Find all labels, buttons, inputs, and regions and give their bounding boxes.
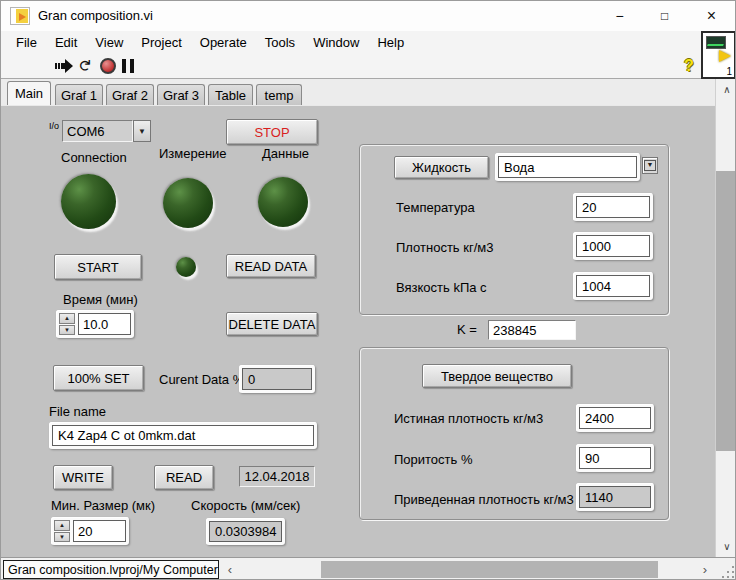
scroll-up-icon[interactable]: ∧	[716, 81, 736, 98]
help-icon[interactable]: ?	[684, 57, 694, 75]
density-input[interactable]: 1000	[576, 235, 650, 257]
vertical-scrollbar[interactable]: ∧ ∨	[715, 79, 736, 557]
vi-icon[interactable]: 1	[701, 31, 736, 79]
menu-edit[interactable]: Edit	[46, 33, 86, 52]
menu-bar: File Edit View Project Operate Tools Win…	[1, 31, 701, 53]
time-label: Время (мин)	[63, 292, 138, 307]
title-bar[interactable]: Gran composition.vi − □ ×	[1, 1, 735, 31]
porosity-input[interactable]: 90	[579, 447, 651, 469]
liquid-ring-dropdown-button[interactable]: ▼	[642, 157, 658, 174]
tab-graf-3[interactable]: Graf 3	[157, 84, 205, 105]
status-led[interactable]	[176, 257, 196, 277]
file-name-frame: K4 Zap4 C ot 0mkm.dat	[49, 422, 317, 449]
current-data-label: Curent Data %	[159, 372, 244, 387]
speed-display-frame: 0.0303984	[206, 518, 285, 545]
vi-badge: 1	[726, 66, 732, 77]
project-context-label[interactable]: Gran composition.lvproj/My Computer	[3, 560, 219, 579]
min-size-input[interactable]: 20	[73, 520, 126, 542]
stop-button[interactable]: STOP	[226, 119, 318, 145]
connection-label: Connection	[61, 150, 127, 165]
set-100-button[interactable]: 100% SET	[53, 365, 144, 391]
tab-graf-1[interactable]: Graf 1	[55, 84, 103, 105]
window-title: Gran composition.vi	[38, 8, 153, 23]
porosity-label: Поритость %	[394, 452, 473, 467]
pause-icon[interactable]	[122, 59, 134, 73]
maximize-icon: □	[661, 9, 668, 23]
com-port-input[interactable]: COM6	[62, 120, 133, 142]
true-density-input[interactable]: 2400	[579, 407, 651, 429]
solid-button[interactable]: Твердое вещество	[422, 364, 572, 388]
start-button[interactable]: START	[54, 254, 142, 280]
menu-operate[interactable]: Operate	[191, 33, 256, 52]
time-control: ▲ ▼ 10.0	[56, 310, 134, 338]
io-icon: I/o	[49, 122, 59, 131]
minimize-button[interactable]: −	[597, 1, 642, 31]
tab-table[interactable]: Table	[208, 84, 253, 105]
reduced-density-value: 1140	[579, 486, 651, 508]
vi-arrow-icon	[719, 50, 731, 62]
measure-led[interactable]	[163, 178, 213, 228]
temperature-frame: 20	[573, 193, 653, 221]
viscosity-label: Вязкость kПа с	[396, 280, 487, 295]
vi-waveform-icon	[706, 36, 726, 49]
k-value: 238845	[488, 320, 576, 340]
scroll-down-icon[interactable]: ∨	[716, 538, 736, 555]
toolbar: ↻ ?	[1, 53, 701, 79]
menu-file[interactable]: File	[7, 33, 46, 52]
com-port-dropdown-button[interactable]: ▼	[133, 120, 151, 142]
menu-project[interactable]: Project	[132, 33, 190, 52]
time-spin-up-icon[interactable]: ▲	[59, 313, 75, 324]
front-panel: I/o COM6 ▼ STOP Connection Измерение Дан…	[1, 105, 715, 557]
maximize-button[interactable]: □	[642, 1, 687, 31]
run-icon[interactable]	[55, 59, 73, 73]
file-name-label: File name	[49, 404, 106, 419]
chevron-down-icon: ▼	[138, 127, 146, 136]
liquid-selected-value[interactable]: Вода	[498, 156, 637, 178]
menu-view[interactable]: View	[86, 33, 132, 52]
read-button[interactable]: READ	[154, 465, 214, 490]
temperature-input[interactable]: 20	[576, 196, 650, 218]
labview-window: Gran composition.vi − □ × File Edit View…	[0, 0, 736, 580]
density-label: Плотность кг/м3	[396, 240, 493, 255]
time-input[interactable]: 10.0	[78, 313, 131, 335]
connection-led[interactable]	[61, 174, 116, 229]
min-size-label: Мин. Размер (мк)	[51, 498, 155, 513]
close-icon: ×	[707, 7, 716, 25]
horizontal-scrollbar-thumb[interactable]	[321, 561, 658, 578]
data-led[interactable]	[258, 177, 308, 227]
time-spin-down-icon[interactable]: ▼	[59, 325, 75, 336]
scroll-left-icon[interactable]: ‹	[223, 560, 237, 578]
scroll-right-icon[interactable]: ›	[698, 560, 712, 578]
viscosity-input[interactable]: 1004	[576, 275, 650, 297]
menu-help[interactable]: Help	[368, 33, 413, 52]
close-button[interactable]: ×	[689, 1, 734, 31]
density-frame: 1000	[573, 232, 653, 260]
status-bar: Gran composition.lvproj/My Computer ‹ ›	[1, 557, 736, 580]
porosity-frame: 90	[576, 444, 654, 472]
date-display: 12.04.2018	[239, 466, 315, 487]
tab-main[interactable]: Main	[7, 81, 51, 105]
write-button[interactable]: WRITE	[53, 465, 113, 490]
reduced-density-frame: 1140	[576, 483, 654, 511]
menu-window[interactable]: Window	[304, 33, 368, 52]
liquid-ring-frame: Вода	[495, 153, 640, 181]
liquid-button[interactable]: Жидкость	[394, 156, 489, 179]
delete-data-button[interactable]: DELETE DATA	[226, 312, 318, 336]
speed-label: Скорость (мм/сек)	[191, 498, 300, 513]
abort-icon[interactable]	[100, 58, 116, 74]
min-size-spin-down-icon[interactable]: ▼	[54, 532, 70, 543]
vertical-scrollbar-thumb[interactable]	[716, 171, 736, 451]
min-size-spin-up-icon[interactable]: ▲	[54, 520, 70, 531]
min-size-control: ▲ ▼ 20	[51, 517, 129, 545]
tab-temp[interactable]: temp	[256, 84, 302, 105]
read-data-button[interactable]: READ DATA	[226, 254, 316, 278]
run-continuous-icon[interactable]: ↻	[75, 59, 94, 72]
k-label: K =	[457, 322, 477, 337]
file-name-input[interactable]: K4 Zap4 C ot 0mkm.dat	[52, 425, 314, 446]
menu-tools[interactable]: Tools	[256, 33, 304, 52]
tab-graf-2[interactable]: Graf 2	[106, 84, 154, 105]
reduced-density-label: Приведенная плотность кг/м3	[394, 492, 574, 507]
data-label: Данные	[262, 146, 309, 161]
current-data-value: 0	[242, 368, 312, 390]
resize-grip-icon[interactable]	[720, 564, 734, 578]
